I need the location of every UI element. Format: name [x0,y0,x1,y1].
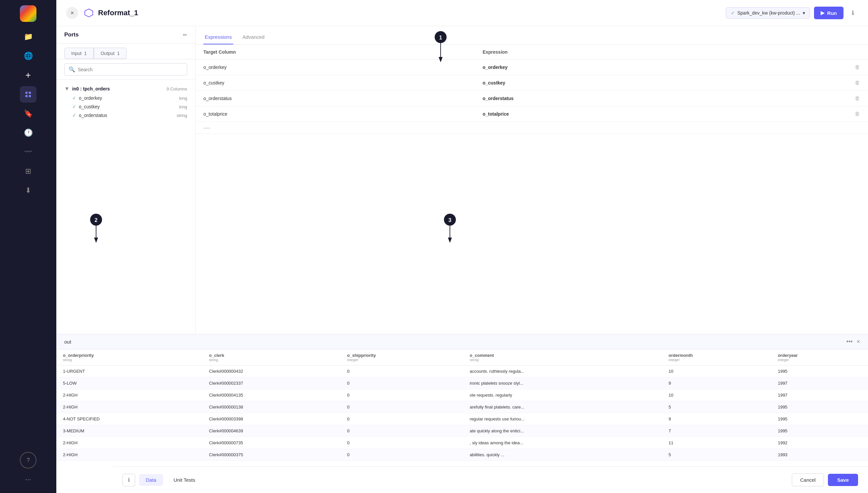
delete-button[interactable]: 🗑 [855,80,860,86]
table-cell: 1995 [771,413,868,425]
env-selector[interactable]: ✓ Spark_dev_kw (kw-product) ... ▾ [726,7,810,19]
table-cell: 10 [662,389,771,401]
data-close-icon[interactable]: × [856,338,860,345]
arrow-icon: ▼ [64,86,70,92]
col-header-expression: Expression [475,45,745,60]
col-name: o_orderstatus [79,113,174,118]
port-col-o_custkey: ✓ o_custkey long [64,102,187,111]
table-cell: Clerk#000000432 [202,365,341,378]
table-cell: 2-HIGH [56,437,202,449]
table-cell: 9 [662,378,771,389]
check-icon: ✓ [731,10,735,16]
table-row: 2-HIGHClerk#0000041350ole requests. regu… [56,389,868,401]
edit-icon[interactable]: ✏ [183,32,187,38]
sidebar-item-projects[interactable]: 📁 [20,28,37,45]
delete-button[interactable]: 🗑 [855,95,860,101]
delete-button[interactable]: 🗑 [855,111,860,117]
env-selector-label: Spark_dev_kw (kw-product) ... [737,10,800,16]
col-type: long [179,96,187,101]
modal-close-button[interactable]: × [66,7,78,19]
port-group-header[interactable]: ▼ in0 : tpch_orders 9 Columns [64,84,187,94]
footer-info-button[interactable]: ℹ [123,474,135,486]
input-tab-count: 1 [84,51,87,56]
col-header-target: Target Column [195,45,475,60]
sidebar-item-add[interactable]: + [20,67,37,84]
table-cell: 0 [341,425,463,437]
table-cell: 11 [662,437,771,449]
col-type: string [177,113,187,118]
ports-header: Ports ✏ [56,26,195,44]
svg-rect-3 [29,95,31,97]
port-group-label: in0 : tpch_orders [72,86,167,91]
table-cell: 10 [662,365,771,378]
sidebar-item-catalog[interactable] [20,86,37,103]
info-button[interactable]: ℹ [847,8,858,18]
table-row: 2-HIGHClerk#0000001380arefully final pla… [56,401,868,413]
data-more-icon[interactable]: ••• [846,338,853,345]
table-cell: 1997 [771,378,868,389]
sidebar-item-bookmark[interactable]: 🔖 [20,105,37,122]
table-cell: 4-NOT SPECIFIED [56,413,202,425]
save-button[interactable]: Save [828,474,858,486]
play-icon: ▶ [821,10,825,16]
sidebar-item-download[interactable]: ⬇ [20,182,37,199]
run-button[interactable]: ▶ Run [814,7,844,19]
expr-delete-cell: 🗑 [745,75,868,91]
table-cell: Clerk#000000375 [202,449,341,461]
ports-search-input[interactable] [78,67,183,72]
table-cell: arefully final platelets. care... [463,401,662,413]
tab-advanced[interactable]: Advanced [241,31,266,44]
sidebar-item-more[interactable]: ··· [20,471,37,488]
port-tab-output[interactable]: Output 1 [94,48,127,59]
data-col-header: o_orderprioritystring [56,349,202,365]
table-cell: 1997 [771,389,868,401]
output-tab-label: Output [101,51,115,56]
table-cell: 1-URGENT [56,365,202,378]
modal-title: Reformat_1 [98,8,726,17]
expr-expression-cell: o_orderstatus [475,91,745,106]
svg-rect-1 [29,92,31,94]
col-header-actions [745,45,868,60]
table-cell: 0 [341,365,463,378]
table-cell: 2-HIGH [56,401,202,413]
sidebar-item-history[interactable]: 🕐 [20,125,37,141]
expr-row: o_custkey o_custkey 🗑 [195,75,868,91]
ports-search: 🔍 [56,59,195,80]
ports-title: Ports [64,31,183,38]
sidebar-item-grid[interactable]: ⊞ [20,163,37,179]
port-group-count: 9 Columns [167,86,187,91]
svg-rect-0 [25,92,27,94]
table-cell: 5 [662,401,771,413]
table-cell: ironic platelets snooze slyl... [463,378,662,389]
col-type: long [179,104,187,109]
port-tab-input[interactable]: Input 1 [64,48,94,59]
table-cell: Clerk#000004639 [202,425,341,437]
svg-marker-4 [85,9,93,17]
sidebar-item-monitor[interactable]: 〰 [20,144,37,160]
port-col-o_orderkey: ✓ o_orderkey long [64,94,187,102]
delete-button[interactable]: 🗑 [855,64,860,70]
sidebar-item-help[interactable]: ? [20,452,37,469]
svg-rect-2 [25,95,27,97]
expr-row: o_orderkey o_orderkey 🗑 [195,60,868,75]
run-label: Run [827,10,837,16]
table-cell: 2-HIGH [56,389,202,401]
expr-row: o_totalprice o_totalprice 🗑 [195,106,868,122]
table-row: 2-HIGHClerk#0000007350, sly ideas among … [56,437,868,449]
cancel-button[interactable]: Cancel [792,473,824,486]
footer-tab-unit-tests[interactable]: Unit Tests [167,474,202,486]
sidebar-item-globe[interactable]: 🌐 [20,48,37,64]
table-cell: regular requests use furiou... [463,413,662,425]
table-cell: 0 [341,437,463,449]
sidebar: 📁 🌐 + 🔖 🕐 〰 ⊞ ⬇ ? ··· [0,0,56,493]
col-name: o_orderkey [79,95,176,101]
table-cell: 0 [341,401,463,413]
data-col-header: orderyearinteger [771,349,868,365]
table-cell: Clerk#000000735 [202,437,341,449]
app-logo[interactable] [20,5,37,22]
ports-search-box[interactable]: 🔍 [64,63,187,76]
expr-target-cell: o_orderstatus [195,91,475,106]
table-row: 2-HIGHClerk#0000003750abilities. quickly… [56,449,868,461]
tab-expressions[interactable]: Expressions [203,31,233,44]
footer-tab-data[interactable]: Data [139,474,163,486]
